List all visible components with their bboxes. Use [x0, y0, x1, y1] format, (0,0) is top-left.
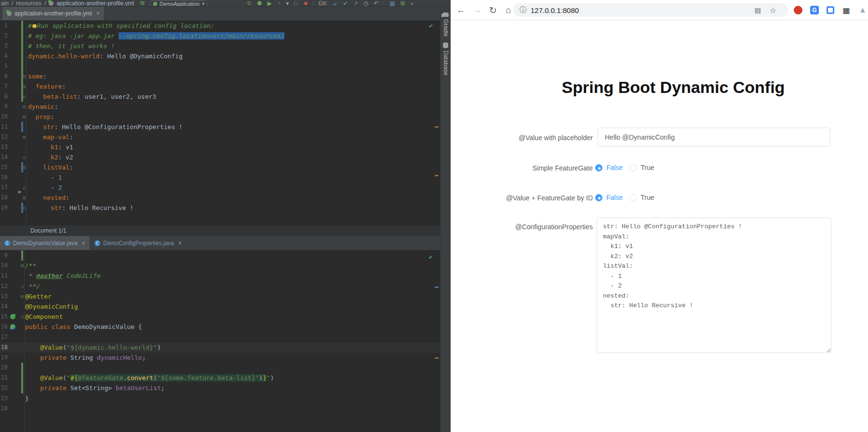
- back-icon[interactable]: ←: [456, 0, 466, 20]
- code-line[interactable]: 9: [0, 250, 440, 261]
- code-line[interactable]: 7⊟ feature:: [0, 81, 440, 92]
- stop-icon[interactable]: ■: [304, 0, 307, 7]
- code-line[interactable]: 17: [0, 332, 440, 342]
- breadcrumb-item[interactable]: application-another-profile.yml: [56, 0, 134, 7]
- address-bar[interactable]: ⓘ 127.0.0.1:8080 ▤ ☆: [513, 3, 788, 17]
- fold-marker-icon[interactable]: ⊟: [23, 81, 26, 92]
- rollback-icon[interactable]: ↶: [374, 0, 378, 7]
- rerun-icon[interactable]: ↻: [247, 0, 252, 7]
- git-update-icon[interactable]: ↙: [333, 0, 338, 7]
- fold-marker-icon[interactable]: ⊟: [23, 162, 26, 172]
- fold-marker-icon[interactable]: ⌂: [23, 203, 26, 213]
- radio-false[interactable]: [595, 194, 602, 201]
- code-line[interactable]: 10⊟/**: [0, 261, 440, 271]
- code-line[interactable]: 18⊟ nested:: [0, 193, 440, 203]
- home-icon[interactable]: ⌂: [506, 0, 511, 20]
- git-commit-icon[interactable]: ✔: [343, 0, 348, 7]
- java-editor[interactable]: 910⊟/**11 * @author Code2Life12⌂ **/13⊟@…: [0, 250, 440, 432]
- code-line[interactable]: 15⌂@Component: [0, 312, 440, 322]
- radio-false[interactable]: [595, 164, 602, 171]
- code-line[interactable]: 3# then, it just works !: [0, 41, 440, 51]
- git-push-icon[interactable]: ↗: [353, 0, 358, 7]
- radio-true[interactable]: [629, 164, 637, 171]
- run-coverage-icon[interactable]: ▶: [267, 0, 272, 7]
- attach-run-icon[interactable]: ▷: [294, 0, 298, 7]
- code-line[interactable]: 18 @Value("${dynamic.hello-world}"): [0, 342, 440, 353]
- fold-marker-icon[interactable]: ⊟: [23, 132, 26, 142]
- run-config-select[interactable]: DemoApplication ▾: [149, 0, 208, 7]
- breadcrumb-item[interactable]: resources: [16, 0, 41, 7]
- yaml-editor[interactable]: 1#Run application with specified config …: [0, 21, 440, 225]
- translate-ext-icon[interactable]: G: [810, 6, 819, 14]
- fold-marker-icon[interactable]: ⊟: [21, 261, 24, 271]
- code-line[interactable]: 11 str: Hello @ConfigurationProperties !: [0, 122, 440, 132]
- fold-marker-icon[interactable]: ⊟: [23, 102, 26, 112]
- code-line[interactable]: 2# eg: java -jar app.jar --spring.config…: [0, 31, 440, 41]
- code-line[interactable]: 16 - 1: [0, 172, 440, 183]
- fold-marker-icon[interactable]: ⊟: [21, 291, 24, 301]
- translate-icon[interactable]: ▤: [755, 6, 761, 14]
- spring-component-icon[interactable]: [10, 314, 15, 319]
- stripe-mark[interactable]: [435, 287, 439, 288]
- radio-label[interactable]: True: [641, 194, 654, 201]
- build-hammer-icon[interactable]: ⚒: [140, 0, 145, 7]
- intention-bulb-icon[interactable]: [32, 24, 37, 28]
- code-line[interactable]: 23}: [0, 393, 440, 404]
- close-icon[interactable]: ×: [82, 240, 85, 247]
- qr-ext-icon[interactable]: ▦: [842, 6, 851, 14]
- tab-democonfigproperties[interactable]: C DemoConfigProperties.java ×: [90, 236, 186, 250]
- code-line[interactable]: 15⊟ listVal:: [0, 162, 440, 172]
- stripe-mark[interactable]: [435, 357, 439, 359]
- url-text[interactable]: 127.0.0.1:8080: [531, 6, 579, 14]
- code-line[interactable]: 13⊟@Getter: [0, 291, 440, 301]
- code-line[interactable]: 1#Run application with specified config …: [0, 21, 440, 31]
- code-line[interactable]: 17⌂ - 2: [0, 183, 440, 193]
- chevron-down-icon[interactable]: ▾: [286, 0, 289, 7]
- radio-label[interactable]: False: [606, 164, 623, 171]
- history-icon[interactable]: ◷: [363, 0, 368, 7]
- code-line[interactable]: 13 k1: v1: [0, 142, 440, 152]
- rocket-ext-icon[interactable]: ▲: [858, 6, 867, 14]
- radio-true[interactable]: [629, 194, 637, 201]
- fold-marker-icon[interactable]: ⊟: [23, 71, 26, 81]
- fold-marker-icon[interactable]: ⊟: [23, 112, 26, 122]
- code-line[interactable]: 8⌂ beta-list: user1, user2, user3: [0, 92, 440, 102]
- configuration-properties-textarea[interactable]: str: Hello @ConfigurationProperties ! ma…: [597, 218, 831, 353]
- gutter-play-icon[interactable]: ▶: [18, 189, 22, 194]
- close-icon[interactable]: ×: [96, 10, 100, 17]
- radio-label[interactable]: True: [641, 164, 654, 171]
- code-line[interactable]: 20: [0, 363, 440, 373]
- code-line[interactable]: 12⊟ map-val:: [0, 132, 440, 142]
- layout-icon[interactable]: ▦: [389, 0, 395, 7]
- radio-label[interactable]: False: [606, 194, 623, 201]
- code-line[interactable]: 14@DynamicConfig: [0, 301, 440, 312]
- adblock-icon[interactable]: [794, 6, 802, 14]
- run-window-icon[interactable]: ⊞: [401, 0, 405, 7]
- code-line[interactable]: 21 @Value("#{@featureGate.convert('${som…: [0, 373, 440, 383]
- code-line[interactable]: 19 private String dynamicHello;: [0, 353, 440, 363]
- code-line[interactable]: 22 private Set<String> betaUserList;: [0, 383, 440, 393]
- fold-marker-icon[interactable]: ⌂: [23, 183, 26, 193]
- fold-marker-icon[interactable]: ⌂: [23, 152, 26, 162]
- code-line[interactable]: 4dynamic.hello-world: Hello @DynamicConf…: [0, 51, 440, 61]
- code-line[interactable]: 16public class DemoDynamicValue {: [0, 322, 440, 332]
- inspections-ok-icon[interactable]: ✔: [428, 23, 433, 29]
- forward-icon[interactable]: →: [473, 0, 482, 20]
- code-line[interactable]: 19⌂ str: Hello Recursive !: [0, 203, 440, 213]
- fold-marker-icon[interactable]: ⌂: [21, 281, 24, 291]
- breadcrumb-item[interactable]: ain: [1, 0, 9, 7]
- tab-demodynamicvalue[interactable]: C DemoDynamicValue.java ×: [0, 236, 90, 250]
- bookmark-star-icon[interactable]: ☆: [770, 6, 776, 15]
- fold-marker-icon[interactable]: ⌂: [23, 92, 26, 102]
- search-icon[interactable]: ⌕: [411, 0, 414, 7]
- code-line[interactable]: 12⌂ **/: [0, 281, 440, 291]
- code-line[interactable]: 6⊟some:: [0, 71, 440, 81]
- stripe-mark[interactable]: [435, 175, 439, 176]
- code-line[interactable]: 11 * @author Code2Life: [0, 271, 440, 281]
- fold-marker-icon[interactable]: ⊟: [23, 193, 26, 203]
- tab-application-another-profile[interactable]: application-another-profile.yml ×: [2, 7, 105, 20]
- code-line[interactable]: 24: [0, 404, 440, 414]
- stripe-mark[interactable]: [435, 126, 439, 128]
- value-with-placeholder-input[interactable]: [598, 128, 830, 146]
- toolwindow-database[interactable]: Database: [441, 42, 451, 75]
